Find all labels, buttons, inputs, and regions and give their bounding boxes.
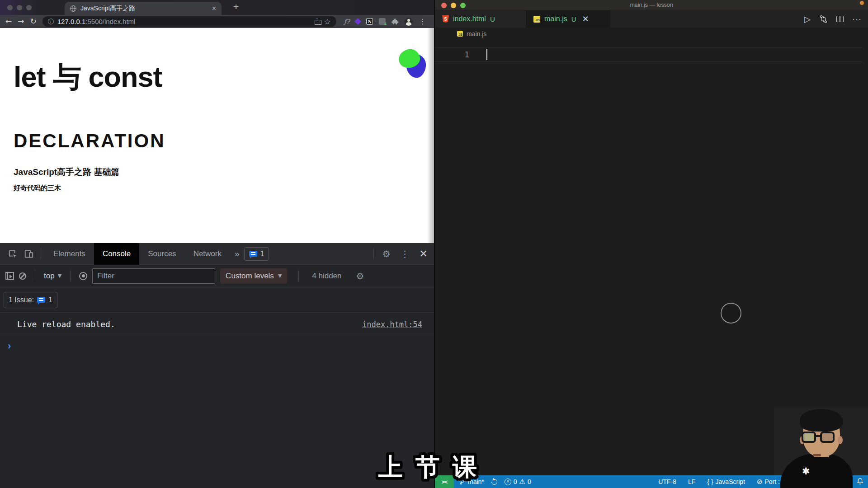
url-text[interactable]: 127.0.0.1:5500/index.html — [57, 18, 136, 25]
context-label: top — [44, 272, 55, 281]
messages-count: 1 — [260, 250, 264, 258]
split-editor-icon[interactable] — [836, 16, 844, 22]
issues-row: 1 Issue: 1 — [0, 287, 434, 313]
language-item[interactable]: { } JavaScript — [707, 478, 745, 485]
run-file-icon[interactable]: ▷ — [804, 14, 811, 24]
devtools-settings-icon[interactable]: ⚙ — [377, 249, 396, 259]
code-editor[interactable]: 1 — [435, 40, 868, 175]
webcam-overlay: ✱ — [774, 408, 868, 488]
js-file-icon: JS — [457, 31, 463, 37]
clear-console-icon[interactable] — [19, 272, 26, 280]
zoom-window-icon[interactable] — [26, 5, 32, 10]
live-expression-eye-icon[interactable] — [79, 272, 87, 280]
editor-tab-main-js[interactable]: JS main.js U ✕ — [526, 10, 610, 28]
forward-icon[interactable]: → — [18, 18, 24, 25]
bookmark-star-icon[interactable]: ☆ — [324, 17, 331, 26]
devtools-panel: Elements Console Sources Network » 1 ⚙ ⋮… — [0, 243, 434, 488]
editor-tab-bar: 5 index.html U JS main.js U ✕ ▷ ··· — [435, 10, 868, 28]
browser-toolbar: ← → ↻ i 127.0.0.1:5500/index.html ☆ ƒ? N… — [0, 15, 434, 28]
log-levels-dropdown[interactable]: Custom levels ▼ — [220, 268, 287, 284]
page-edge-shadow — [427, 28, 434, 243]
editor-more-icon[interactable]: ··· — [852, 14, 862, 24]
glasses-left-lens — [802, 432, 816, 443]
problems-item[interactable]: 0 ⚠ 0 — [505, 478, 531, 486]
close-window-icon[interactable] — [7, 5, 13, 10]
font-extension-icon[interactable]: ƒ? — [344, 18, 350, 25]
page-author-label: 好奇代码的三木 — [14, 184, 61, 192]
tab-sources[interactable]: Sources — [139, 243, 184, 265]
presenter-ear — [838, 436, 843, 444]
inspect-element-icon[interactable] — [8, 249, 18, 259]
share-icon[interactable] — [315, 18, 321, 25]
reload-icon[interactable]: ↻ — [30, 18, 37, 25]
glasses-right-lens — [820, 432, 835, 443]
screen-annotation-circle — [721, 303, 741, 324]
tab-network[interactable]: Network — [185, 243, 230, 265]
back-icon[interactable]: ← — [5, 18, 12, 25]
notion-extension-icon[interactable]: N — [366, 18, 373, 25]
glasses-bridge — [816, 435, 821, 437]
filter-input[interactable] — [92, 268, 215, 284]
puzzle-extensions-icon[interactable] — [392, 18, 399, 25]
tab-close-icon[interactable]: × — [212, 5, 216, 12]
breadcrumb-file: main.js — [467, 30, 486, 38]
chevron-down-icon: ▼ — [278, 273, 282, 279]
presenter-mouth — [813, 454, 821, 456]
new-tab-button[interactable]: + — [233, 1, 239, 12]
browser-tab-title: JavaScript高手之路 — [80, 5, 208, 13]
console-prompt-row[interactable]: › — [0, 336, 434, 356]
chat-bubble-icon — [249, 251, 257, 257]
console-prompt-icon: › — [8, 340, 11, 352]
chat-bubble-icon — [37, 297, 45, 303]
console-sidebar-icon[interactable] — [5, 272, 14, 280]
editor-tab-index-html[interactable]: 5 index.html U — [435, 10, 526, 28]
html5-file-icon: 5 — [442, 15, 449, 23]
url-path: :5500/index.html — [85, 18, 135, 25]
console-settings-icon[interactable]: ⚙ — [351, 271, 369, 282]
site-info-icon[interactable]: i — [48, 19, 54, 24]
console-log-source-link[interactable]: index.html:54 — [362, 320, 422, 329]
eol-item[interactable]: LF — [688, 478, 695, 485]
tab-console[interactable]: Console — [94, 243, 139, 265]
language-name: JavaScript — [716, 478, 745, 485]
port-icon: ⊘ — [757, 478, 763, 486]
tab-elements[interactable]: Elements — [45, 243, 94, 265]
chevron-down-icon: ▼ — [58, 273, 61, 279]
shirt-asterisk-logo: ✱ — [802, 466, 810, 477]
current-line[interactable]: 1 — [435, 47, 862, 62]
breadcrumb[interactable]: JS main.js — [435, 28, 868, 40]
errors-count: 0 — [514, 478, 517, 485]
issues-label: 1 Issue: — [9, 296, 34, 304]
screenshot-extension-icon[interactable] — [379, 18, 386, 25]
devtools-close-icon[interactable]: ✕ — [415, 248, 428, 260]
url-host: 127.0.0.1 — [57, 18, 86, 25]
text-cursor — [486, 49, 487, 60]
hidden-count-label: 4 hidden — [312, 272, 341, 281]
minimize-window-icon[interactable] — [17, 5, 22, 10]
git-compare-icon[interactable] — [819, 15, 828, 23]
context-selector[interactable]: top ▼ — [44, 272, 61, 281]
issues-count: 1 — [48, 296, 52, 304]
editor-actions: ▷ ··· — [804, 10, 862, 28]
devtools-menu-icon[interactable]: ⋮ — [396, 249, 415, 259]
sync-icon[interactable] — [490, 478, 498, 486]
issues-button[interactable]: 1 Issue: 1 — [4, 292, 57, 308]
profile-avatar[interactable] — [405, 18, 413, 26]
devtools-tab-bar: Elements Console Sources Network » 1 ⚙ ⋮… — [0, 243, 434, 265]
device-toolbar-icon[interactable] — [24, 249, 34, 259]
messages-badge-button[interactable]: 1 — [244, 247, 269, 261]
braces-icon: { } — [707, 478, 713, 485]
window-title: main.js — lesson — [435, 2, 868, 8]
more-tabs-icon[interactable]: » — [230, 249, 244, 259]
editor-tab-name: main.js — [544, 15, 567, 23]
browser-menu-icon[interactable]: ⋮ — [419, 17, 426, 26]
browser-traffic-lights[interactable] — [7, 5, 32, 10]
git-status-badge: U — [571, 15, 576, 23]
console-log-message: Live reload enabled. — [17, 319, 362, 329]
purple-extension-icon[interactable] — [354, 18, 362, 25]
browser-window: JavaScript高手之路 × + ← → ↻ i 127.0.0.1:550… — [0, 0, 434, 488]
browser-tab[interactable]: JavaScript高手之路 × — [65, 2, 222, 15]
tab-close-icon[interactable]: ✕ — [582, 14, 589, 24]
address-bar[interactable]: i 127.0.0.1:5500/index.html ☆ — [42, 16, 336, 27]
encoding-item[interactable]: UTF-8 — [658, 478, 676, 485]
